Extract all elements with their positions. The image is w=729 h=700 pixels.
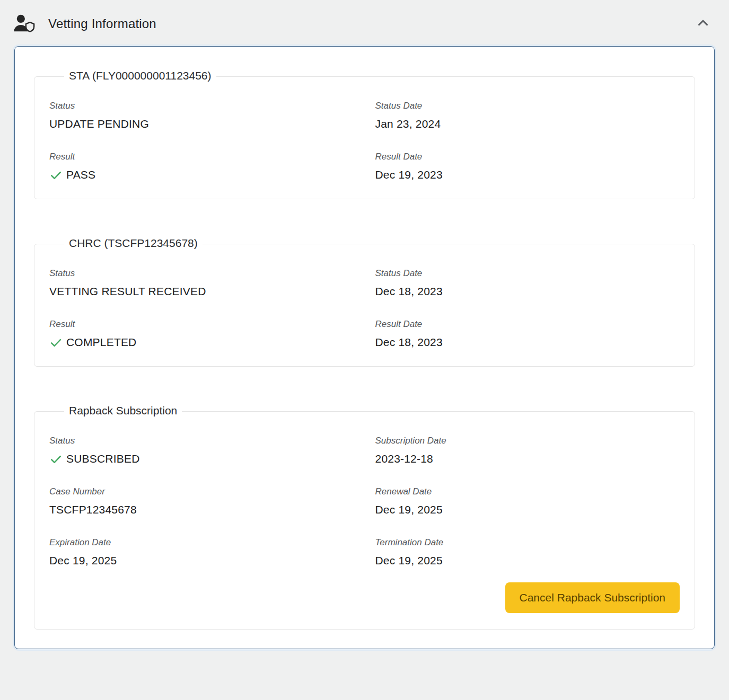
field-label-status: Status [49, 268, 354, 279]
field-label-renewal-date: Renewal Date [375, 486, 680, 498]
vetting-info-card: STA (FLY000000001123456) Status UPDATE P… [14, 46, 715, 649]
field-label-status-date: Status Date [375, 268, 680, 279]
person-shield-icon [13, 14, 36, 33]
field-value-case-number: TSCFP12345678 [49, 502, 354, 518]
field-label-result-date: Result Date [375, 151, 680, 163]
field-label-status-date: Status Date [375, 100, 680, 112]
rapback-subscription-date-field: Subscription Date 2023-12-18 [375, 435, 680, 467]
chrc-status-date-field: Status Date Dec 18, 2023 [375, 268, 680, 299]
rapback-expiration-date-field: Expiration Date Dec 19, 2025 [49, 537, 354, 569]
result-text: COMPLETED [66, 334, 137, 350]
rapback-case-number-field: Case Number TSCFP12345678 [49, 486, 354, 518]
field-value-result-date: Dec 19, 2023 [375, 167, 680, 183]
field-label-expiration-date: Expiration Date [49, 537, 354, 548]
rapback-renewal-date-field: Renewal Date Dec 19, 2025 [375, 486, 680, 518]
field-label-case-number: Case Number [49, 486, 354, 498]
sta-result-field: Result PASS [49, 151, 354, 183]
field-label-result-date: Result Date [375, 318, 680, 330]
field-value-status: VETTING RESULT RECEIVED [49, 283, 354, 299]
rapback-section-legend: Rapback Subscription [64, 404, 182, 417]
rapback-termination-date-field: Termination Date Dec 19, 2025 [375, 537, 680, 569]
collapse-section-button[interactable] [693, 13, 713, 34]
field-label-status: Status [49, 435, 354, 447]
sta-section-legend: STA (FLY000000001123456) [64, 69, 216, 82]
check-icon [49, 336, 63, 349]
chrc-result-field: Result COMPLETED [49, 318, 354, 350]
field-label-status: Status [49, 100, 354, 112]
field-value-expiration-date: Dec 19, 2025 [49, 553, 354, 569]
chrc-result-date-field: Result Date Dec 18, 2023 [375, 318, 680, 350]
chrc-section-legend: CHRC (TSCFP12345678) [64, 237, 203, 250]
field-value-termination-date: Dec 19, 2025 [375, 553, 680, 569]
rapback-section: Rapback Subscription Status SUBSCRIBED S… [34, 411, 695, 630]
chrc-section: CHRC (TSCFP12345678) Status VETTING RESU… [34, 244, 695, 367]
cancel-rapback-subscription-button[interactable]: Cancel Rapback Subscription [505, 582, 680, 613]
field-value-status: UPDATE PENDING [49, 116, 354, 132]
field-value-status-date: Dec 18, 2023 [375, 283, 680, 299]
field-value-subscription-date: 2023-12-18 [375, 451, 680, 467]
rapback-status-field: Status SUBSCRIBED [49, 435, 354, 467]
result-text: PASS [66, 167, 95, 183]
field-label-result: Result [49, 151, 354, 163]
sta-section: STA (FLY000000001123456) Status UPDATE P… [34, 76, 695, 199]
field-value-result-date: Dec 18, 2023 [375, 334, 680, 350]
status-text: SUBSCRIBED [66, 451, 140, 467]
field-value-result: PASS [49, 167, 354, 183]
sta-result-date-field: Result Date Dec 19, 2023 [375, 151, 680, 183]
field-label-termination-date: Termination Date [375, 537, 680, 548]
field-label-subscription-date: Subscription Date [375, 435, 680, 447]
field-value-status-date: Jan 23, 2024 [375, 116, 680, 132]
check-icon [49, 169, 63, 182]
field-value-renewal-date: Dec 19, 2025 [375, 502, 680, 518]
chevron-up-icon [695, 15, 711, 32]
sta-status-date-field: Status Date Jan 23, 2024 [375, 100, 680, 132]
check-icon [49, 453, 63, 466]
page-title: Vetting Information [48, 16, 156, 31]
field-value-result: COMPLETED [49, 334, 354, 350]
field-value-status: SUBSCRIBED [49, 451, 354, 467]
vetting-info-header: Vetting Information [0, 0, 729, 46]
chrc-status-field: Status VETTING RESULT RECEIVED [49, 268, 354, 299]
field-label-result: Result [49, 318, 354, 330]
sta-status-field: Status UPDATE PENDING [49, 100, 354, 132]
